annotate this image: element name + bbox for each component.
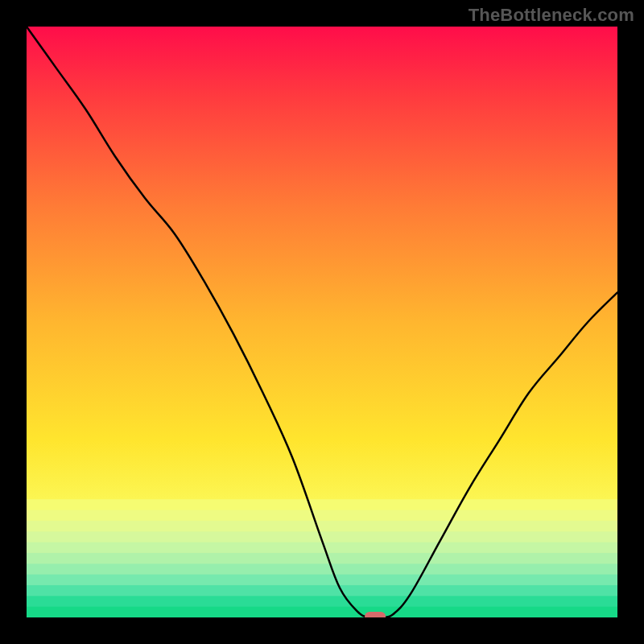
color-band <box>27 564 617 575</box>
plot-area <box>27 27 617 617</box>
color-band <box>27 553 617 564</box>
color-band <box>27 596 617 607</box>
chart-svg <box>27 27 617 617</box>
color-band <box>27 607 617 617</box>
watermark-text: TheBottleneck.com <box>469 5 634 26</box>
color-band <box>27 521 617 532</box>
color-band <box>27 499 617 510</box>
bottleneck-marker <box>365 612 386 617</box>
chart-frame: TheBottleneck.com <box>0 0 644 644</box>
color-band <box>27 543 617 554</box>
color-band <box>27 575 617 586</box>
bottom-band-group <box>27 499 617 617</box>
color-band <box>27 510 617 522</box>
color-band <box>27 585 617 597</box>
